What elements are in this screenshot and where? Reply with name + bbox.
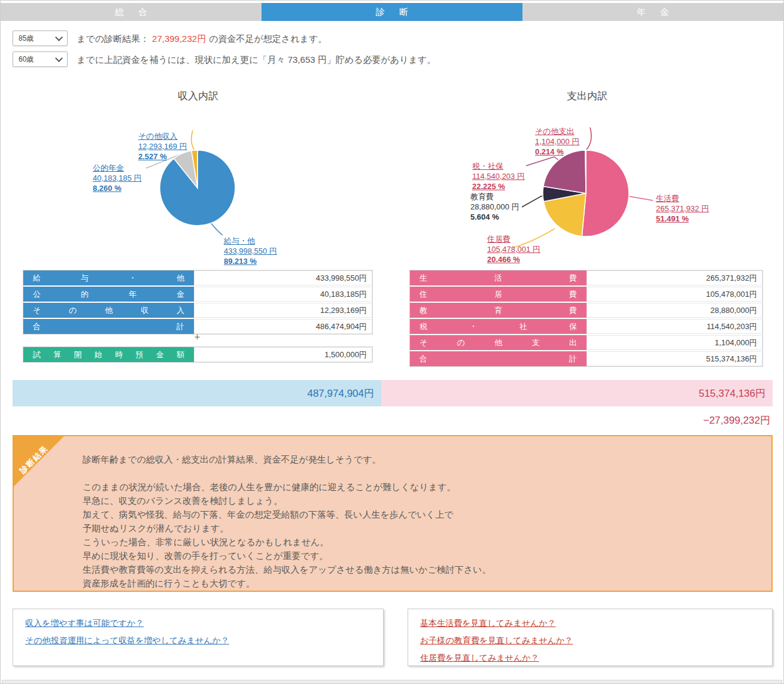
diagnosis-line: 加えて、病気や怪我、給与の下落、年金の想定受給額の下落等、長い人生を歩んでいく上… <box>83 507 759 521</box>
link-increase-income[interactable]: 収入を増やす事は可能ですか？ <box>25 618 371 629</box>
row-value: 114,540,203円 <box>587 319 762 334</box>
pie-slice-その他支出 <box>585 150 586 193</box>
expense-pie <box>543 150 629 236</box>
row-value: 105,478,001円 <box>587 287 762 302</box>
leader-line-other-income <box>192 130 195 151</box>
diagnosis-line: 生活費や教育費等の支出を抑えられる方法、給与収入をアップさせる働き方は無いかご検… <box>83 563 759 576</box>
result-prefix: までの診断結果： <box>77 34 149 44</box>
income-suggestions-box: 収入を増やす事は可能ですか？ その他投資運用によって収益を増やしてみませんか？ <box>13 609 384 666</box>
tab-pension[interactable]: 年 金 <box>522 3 783 21</box>
leader-line-other-expense <box>587 127 591 150</box>
leader-line-salary <box>210 222 223 235</box>
plus-sign: ＋ <box>23 331 372 343</box>
table-row: 公的年金 40,183,185円 <box>23 287 372 302</box>
diagnosis-line: 予期せぬリスクが潜んでおります。 <box>83 521 759 535</box>
row-label: 合計 <box>33 321 184 332</box>
saving-age-select[interactable]: 60歳 <box>13 51 68 67</box>
tab-diagnosis[interactable]: 診 断 <box>262 3 522 21</box>
pie-label-living[interactable]: 生活費 265,371,932 円 51.491 % <box>656 193 709 224</box>
row-label: 合計 <box>420 354 577 364</box>
link-review-housing[interactable]: 住居費を見直してみませんか？ <box>420 653 760 664</box>
diagnosis-age-value: 85歳 <box>19 34 34 44</box>
chevron-down-icon <box>55 34 63 41</box>
saving-advice-sentence: までに上記資金を補うには、現状に加え更に「月々 73,653 円」貯める必要があ… <box>77 54 436 66</box>
pie-slice-生活費 <box>582 150 629 236</box>
diagnosis-line: こういった場合、非常に厳しい状況となるかもしれません。 <box>83 535 759 549</box>
row-value: 265,371,932円 <box>587 270 762 285</box>
diagnosis-line <box>83 466 759 480</box>
row-value: 28,880,000円 <box>587 303 762 318</box>
deposit-table: 試算開始時預金額 1,500,000円 <box>23 346 373 363</box>
pie-label-other-income[interactable]: その他収入 12,293,169 円 2.527 % <box>138 131 187 162</box>
table-row: 住居費 105,478,001円 <box>410 287 762 302</box>
horizontal-scrollbar[interactable] <box>2 680 782 684</box>
pie-label-tax[interactable]: 税・社保 114,540,203 円 22.225 % <box>472 161 525 191</box>
diagnosis-text: 診断年齢までの総収入・総支出の計算結果、資金不足が発生しそうです。 このままの状… <box>83 452 759 590</box>
tab-general[interactable]: 総 合 <box>1 3 262 21</box>
table-row: 税・社保 114,540,203円 <box>410 319 762 334</box>
row-label: 税・社保 <box>420 321 577 332</box>
leader-line-education <box>522 196 545 207</box>
row-value: 515,374,136円 <box>587 351 762 366</box>
row-label: 試算開始時預金額 <box>33 349 184 360</box>
leader-line-living <box>629 196 653 200</box>
row-label: 生活費 <box>420 273 577 284</box>
table-row: 生活費 265,371,932円 <box>410 270 762 285</box>
expense-table: 生活費 265,371,932円 住居費 105,478,001円 教育費 28… <box>409 270 763 367</box>
diagnosis-line: 資産形成を計画的に行うことも大切です。 <box>83 576 759 590</box>
chevron-down-icon <box>55 54 63 62</box>
row-label: その他支出 <box>420 338 577 348</box>
row-label: 住居費 <box>420 289 577 300</box>
table-row: 給与・他 433,998,550円 <box>23 270 372 285</box>
diagnosis-result-sentence: までの診断結果：27,399,232円の資金不足が想定されます。 <box>77 34 327 45</box>
balance-amount: −27,399,232円 <box>703 414 770 427</box>
diagnosis-line: このままの状況が続いた場合、老後の人生を豊かに健康的に迎えることが難しくなります… <box>83 480 759 494</box>
result-suffix: の資金不足が想定されます。 <box>209 34 327 44</box>
row-value: 40,183,185円 <box>194 287 372 302</box>
charts-row: 収入内訳 支出内訳 その他収入 12,293,169 円 2.527 % 公的年… <box>1 84 784 270</box>
link-review-living[interactable]: 基本生活費を見直してみませんか？ <box>420 618 760 629</box>
income-total-bar: 487,974,904円 <box>13 380 381 406</box>
pie-label-salary[interactable]: 給与・他 433,998,550 円 89.213 % <box>224 236 277 266</box>
diagnosis-line: 診断年齢までの総収入・総支出の計算結果、資金不足が発生しそうです。 <box>83 452 759 466</box>
row-label: 教育費 <box>420 305 577 316</box>
row-value: 1,104,000円 <box>587 335 762 350</box>
diagnosis-page: 総 合 診 断 年 金 85歳 までの診断結果：27,399,232円の資金不足… <box>0 0 784 684</box>
row-value: 12,293,169円 <box>194 303 372 318</box>
link-review-education[interactable]: お子様の教育費を見直してみませんか？ <box>420 636 760 646</box>
row-value: 1,500,000円 <box>194 347 372 362</box>
saving-age-value: 60歳 <box>19 54 34 65</box>
row-value: 433,998,550円 <box>194 270 372 285</box>
link-investment[interactable]: その他投資運用によって収益を増やしてみませんか？ <box>25 636 371 646</box>
table-row: 教育費 28,880,000円 <box>410 303 762 318</box>
row-label: 公的年金 <box>33 289 184 300</box>
pie-label-other-expense[interactable]: その他支出 1,104,000 円 0.214 % <box>535 126 579 157</box>
pie-label-education: 教育費 28,880,000 円 5.604 % <box>470 191 519 222</box>
pie-label-public-pension[interactable]: 公的年金 40,183,185 円 8.260 % <box>93 163 142 193</box>
table-row: その他支出 1,104,000円 <box>410 335 762 350</box>
table-row: その他収入 12,293,169円 <box>23 303 372 318</box>
diagnosis-result-box: 診断結果 診断年齢までの総収入・総支出の計算結果、資金不足が発生しそうです。 こ… <box>13 435 773 592</box>
expense-suggestions-box: 基本生活費を見直してみませんか？ お子様の教育費を見直してみませんか？ 住居費を… <box>408 609 773 666</box>
table-row: 合計 515,374,136円 <box>410 351 762 366</box>
expense-total-bar: 515,374,136円 <box>381 380 773 406</box>
diagnosis-line: 早めに現状を知り、改善の手を打っていくことが重要です。 <box>83 549 759 563</box>
diagnosis-age-select[interactable]: 85歳 <box>13 31 68 46</box>
row-label: その他収入 <box>33 305 184 316</box>
row-label: 給与・他 <box>33 273 184 284</box>
table-row: 試算開始時預金額 1,500,000円 <box>23 347 372 362</box>
diagnosis-line: 早急に、収支のバランス改善を検討しましょう。 <box>83 494 759 507</box>
shortage-amount: 27,399,232円 <box>152 34 206 44</box>
tab-bar: 総 合 診 断 年 金 <box>1 3 783 21</box>
pie-label-housing[interactable]: 住居費 105,478,001 円 20.466 % <box>487 234 540 265</box>
income-table: 給与・他 433,998,550円 公的年金 40,183,185円 その他収入… <box>23 270 373 335</box>
